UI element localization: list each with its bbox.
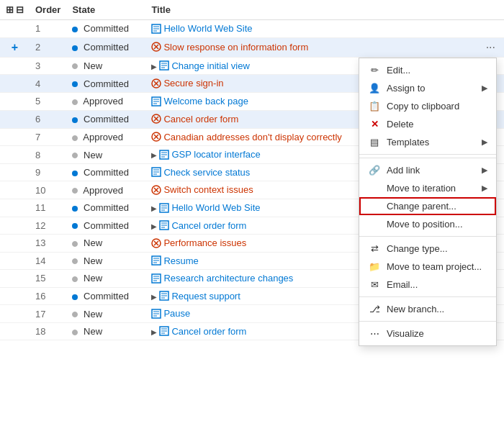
add-cell: [0, 270, 30, 288]
order-cell: 1: [30, 20, 66, 38]
add-cell: [0, 20, 30, 38]
add-cell: [0, 57, 30, 75]
state-dot: [72, 135, 78, 141]
menu-item-change-type[interactable]: ⇄ Change type...: [359, 240, 496, 258]
state-cell: New: [66, 57, 145, 75]
menu-item-move-to-team-project[interactable]: 📁 Move to team project...: [359, 258, 496, 276]
state-cell: Committed: [66, 110, 145, 128]
menu-item-move-to-iteration[interactable]: Move to iteration ▶: [359, 179, 496, 197]
state-dot: [72, 81, 78, 87]
menu-item-new-branch[interactable]: ⎇ New branch...: [359, 300, 496, 318]
menu-item-email[interactable]: ✉ Email...: [359, 276, 496, 294]
state-label: New: [84, 273, 102, 284]
state-dot: [72, 241, 78, 247]
state-dot: [72, 117, 78, 123]
menu-icon-edit: ✏: [368, 65, 381, 76]
menu-item-copy-to-clipboard[interactable]: 📋 Copy to clipboard: [359, 97, 496, 115]
state-dot: [72, 223, 78, 229]
menu-icon-add-link: 🔗: [368, 165, 381, 176]
menu-item-add-link[interactable]: 🔗 Add link ▶: [359, 161, 496, 179]
title-text: Cancel order form: [171, 326, 246, 337]
collapse-all-icon[interactable]: ⊟: [16, 4, 24, 15]
state-label: New: [84, 237, 102, 248]
state-cell: Committed: [66, 20, 145, 38]
state-label: Approved: [83, 132, 123, 142]
expand-all-icon[interactable]: ⊞: [6, 4, 14, 15]
order-header: Order: [30, 0, 66, 20]
state-dot: [72, 276, 78, 282]
state-dot: [72, 312, 78, 317]
add-cell: [0, 287, 30, 305]
order-cell: 4: [30, 75, 66, 93]
order-cell: 17: [30, 305, 66, 323]
state-dot: [72, 63, 78, 69]
add-cell: [0, 252, 30, 270]
state-cell: Committed: [66, 37, 145, 57]
add-cell: [0, 199, 30, 217]
state-label: Committed: [84, 42, 129, 53]
menu-label-delete: Delete: [387, 119, 487, 130]
state-label: Committed: [84, 167, 129, 178]
state-cell: Committed: [66, 217, 145, 235]
add-cell: [0, 181, 30, 199]
ellipsis-button[interactable]: ···: [483, 42, 498, 53]
title-text: Welcome back page: [163, 96, 248, 106]
state-label: New: [84, 309, 102, 320]
menu-label-assign-to: Assign to: [387, 83, 482, 94]
menu-label-move-to-iteration: Move to iteration: [387, 183, 482, 194]
add-child-button[interactable]: +: [12, 41, 18, 54]
state-cell: Approved: [66, 181, 145, 199]
title-cell[interactable]: Slow response on information form ···: [145, 37, 504, 57]
menu-item-edit[interactable]: ✏ Edit...: [359, 61, 496, 79]
state-dot: [72, 294, 78, 300]
order-cell: 16: [30, 287, 66, 305]
title-text: Canadian addresses don't display correct…: [163, 132, 341, 142]
menu-icon-email: ✉: [368, 279, 381, 290]
menu-item-change-parent[interactable]: Change parent...: [359, 197, 496, 215]
title-text: Cancel order form: [171, 220, 246, 231]
title-text: Secure sign-in: [163, 78, 223, 89]
state-label: New: [84, 60, 102, 71]
state-cell: Committed: [66, 287, 145, 305]
order-cell: 15: [30, 270, 66, 288]
state-label: Committed: [84, 220, 129, 231]
menu-label-copy-to-clipboard: Copy to clipboard: [387, 101, 487, 112]
state-label: Approved: [83, 96, 123, 106]
order-cell: 2: [30, 37, 66, 57]
add-cell: [0, 146, 30, 164]
menu-label-move-to-position: Move to position...: [387, 219, 487, 230]
menu-item-delete[interactable]: ✕ Delete: [359, 115, 496, 133]
menu-item-assign-to[interactable]: 👤 Assign to ▶: [359, 79, 496, 97]
add-cell: [0, 93, 30, 111]
state-cell: Approved: [66, 128, 145, 146]
menu-label-change-type: Change type...: [387, 243, 487, 254]
menu-item-visualize[interactable]: ⋯ Visualize: [359, 325, 496, 343]
state-cell: Committed: [66, 75, 145, 93]
title-text: Slow response on information form: [163, 42, 308, 53]
title-text: Hello World Web Site: [171, 202, 260, 213]
menu-label-templates: Templates: [387, 137, 482, 148]
add-cell: [0, 322, 30, 340]
submenu-arrow: ▶: [482, 166, 487, 175]
submenu-arrow: ▶: [482, 83, 487, 93]
menu-label-move-to-team-project: Move to team project...: [387, 261, 487, 272]
title-header: Title: [145, 0, 504, 20]
order-cell: 8: [30, 146, 66, 164]
state-label: Committed: [84, 23, 129, 34]
context-menu: ✏ Edit... 👤 Assign to ▶ 📋 Copy to clipbo…: [359, 58, 497, 346]
title-text: Check service status: [163, 167, 250, 178]
state-cell: New: [66, 322, 145, 340]
title-text: Research architecture changes: [163, 273, 293, 284]
state-label: Committed: [84, 291, 129, 302]
order-cell: 12: [30, 217, 66, 235]
title-text: Change initial view: [171, 60, 249, 71]
order-cell: 11: [30, 199, 66, 217]
order-cell: 13: [30, 235, 66, 253]
state-label: Approved: [83, 185, 123, 196]
order-cell: 14: [30, 252, 66, 270]
add-cell: +: [0, 37, 30, 57]
menu-item-move-to-position[interactable]: Move to position...: [359, 215, 496, 233]
title-cell[interactable]: Hello World Web Site: [145, 20, 504, 38]
title-text: Performance issues: [163, 237, 246, 248]
menu-item-templates[interactable]: ▤ Templates ▶: [359, 133, 496, 151]
